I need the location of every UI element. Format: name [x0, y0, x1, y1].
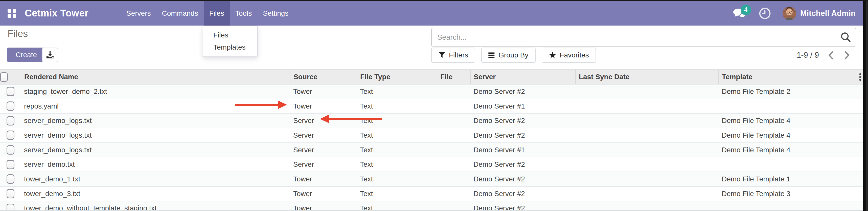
- cell-source[interactable]: Server: [290, 143, 357, 157]
- column-header-last-sync-date[interactable]: Last Sync Date: [576, 69, 719, 84]
- cell-file[interactable]: [437, 84, 470, 99]
- cell-server[interactable]: Demo Server #2: [470, 157, 576, 172]
- cell-last-sync-date[interactable]: [576, 201, 719, 211]
- cell-rendered-name[interactable]: tower_demo_3.txt: [21, 186, 290, 201]
- pager-previous-button[interactable]: [827, 51, 835, 60]
- table-row[interactable]: server_demo.txtServerTextDemo Server #2: [0, 157, 863, 172]
- cell-server[interactable]: Demo Server #2: [470, 201, 576, 211]
- dropdown-item-templates[interactable]: Templates: [203, 41, 257, 53]
- column-header-template[interactable]: Template: [719, 69, 854, 84]
- cell-last-sync-date[interactable]: [576, 172, 719, 186]
- user-menu[interactable]: Mitchell Admin: [782, 7, 856, 20]
- pager-next-button[interactable]: [843, 51, 851, 60]
- cell-file[interactable]: [437, 172, 470, 186]
- select-all-checkbox[interactable]: [0, 72, 8, 82]
- cell-last-sync-date[interactable]: [576, 128, 719, 143]
- column-header-server[interactable]: Server: [470, 69, 576, 84]
- column-header-source[interactable]: Source: [290, 69, 357, 84]
- cell-file[interactable]: [437, 99, 470, 114]
- cell-file-type[interactable]: Text: [357, 157, 437, 172]
- row-checkbox[interactable]: [7, 87, 14, 96]
- table-row[interactable]: server_demo_logs.txtServerTextDemo Serve…: [0, 128, 863, 143]
- cell-template[interactable]: [719, 157, 854, 172]
- cell-file[interactable]: [437, 201, 470, 211]
- cell-file-type[interactable]: Text: [357, 113, 437, 128]
- cell-template[interactable]: Demo File Template 4: [719, 113, 854, 128]
- cell-file[interactable]: [437, 143, 470, 157]
- cell-source[interactable]: Server: [290, 157, 357, 172]
- row-checkbox[interactable]: [7, 174, 14, 184]
- cell-source[interactable]: Server: [290, 128, 357, 143]
- cell-last-sync-date[interactable]: [576, 84, 719, 99]
- cell-server[interactable]: Demo Server #2: [470, 172, 576, 186]
- favorites-button[interactable]: Favorites: [542, 48, 596, 63]
- cell-source[interactable]: Tower: [290, 84, 357, 99]
- row-checkbox[interactable]: [7, 204, 14, 211]
- table-row[interactable]: repos.yamlTowerTextDemo Server #1: [0, 99, 863, 114]
- cell-template[interactable]: Demo File Template 3: [719, 186, 854, 201]
- cell-file[interactable]: [437, 157, 470, 172]
- cell-last-sync-date[interactable]: [576, 113, 719, 128]
- cell-rendered-name[interactable]: server_demo_logs.txt: [21, 128, 290, 143]
- cell-file-type[interactable]: Text: [357, 186, 437, 201]
- apps-grid-icon[interactable]: [8, 9, 16, 18]
- cell-template[interactable]: [719, 201, 854, 211]
- cell-server[interactable]: Demo Server #2: [470, 84, 576, 99]
- cell-file-type[interactable]: Text: [357, 84, 437, 99]
- cell-file-type[interactable]: Text: [357, 99, 437, 114]
- cell-file[interactable]: [437, 113, 470, 128]
- group-by-button[interactable]: Group By: [481, 48, 535, 63]
- search-input[interactable]: [432, 33, 840, 41]
- activities-button[interactable]: [759, 7, 771, 20]
- nav-item-commands[interactable]: Commands: [156, 1, 204, 26]
- table-row[interactable]: tower_demo_1.txtTowerTextDemo Server #2D…: [0, 172, 863, 186]
- cell-file-type[interactable]: Text: [357, 172, 437, 186]
- cell-template[interactable]: Demo File Template 4: [719, 128, 854, 143]
- cell-server[interactable]: Demo Server #2: [470, 186, 576, 201]
- column-header-file[interactable]: File: [437, 69, 470, 84]
- filters-button[interactable]: Filters: [431, 48, 475, 63]
- cell-server[interactable]: Demo Server #2: [470, 113, 576, 128]
- cell-template[interactable]: Demo File Template 2: [719, 84, 854, 99]
- cell-source[interactable]: Tower: [290, 172, 357, 186]
- cell-rendered-name[interactable]: repos.yaml: [21, 99, 290, 114]
- cell-last-sync-date[interactable]: [576, 143, 719, 157]
- row-checkbox[interactable]: [7, 101, 14, 111]
- cell-file-type[interactable]: Text: [357, 128, 437, 143]
- cell-template[interactable]: [719, 99, 854, 114]
- table-row[interactable]: tower_demo_3.txtTowerTextDemo Server #2D…: [0, 186, 863, 201]
- row-checkbox[interactable]: [7, 160, 14, 169]
- cell-template[interactable]: Demo File Template 4: [719, 143, 854, 157]
- cell-rendered-name[interactable]: tower_demo_without_template_staging.txt: [21, 201, 290, 211]
- nav-item-tools[interactable]: Tools: [230, 1, 257, 26]
- app-brand[interactable]: Cetmix Tower: [25, 8, 89, 19]
- search-icon[interactable]: [840, 32, 851, 43]
- cell-server[interactable]: Demo Server #1: [470, 99, 576, 114]
- nav-item-servers[interactable]: Servers: [121, 1, 156, 26]
- cell-last-sync-date[interactable]: [576, 186, 719, 201]
- cell-source[interactable]: Tower: [290, 99, 357, 114]
- row-checkbox[interactable]: [7, 130, 14, 140]
- table-row[interactable]: server_demo_logs.txtServerTextDemo Serve…: [0, 143, 863, 157]
- cell-source[interactable]: Tower: [290, 186, 357, 201]
- cell-rendered-name[interactable]: server_demo.txt: [21, 157, 290, 172]
- messages-button[interactable]: 4: [733, 8, 747, 19]
- cell-file-type[interactable]: Text: [357, 143, 437, 157]
- cell-template[interactable]: Demo File Template 1: [719, 172, 854, 186]
- column-header-file-type[interactable]: File Type: [357, 69, 437, 84]
- optional-columns-toggle-icon[interactable]: [857, 73, 863, 81]
- cell-file[interactable]: [437, 186, 470, 201]
- cell-file-type[interactable]: Text: [357, 201, 437, 211]
- cell-server[interactable]: Demo Server #1: [470, 143, 576, 157]
- table-row[interactable]: tower_demo_without_template_staging.txtT…: [0, 201, 863, 211]
- cell-file[interactable]: [437, 128, 470, 143]
- nav-item-files[interactable]: Files: [204, 1, 230, 26]
- table-row[interactable]: server_demo_logs.txtServerTextDemo Serve…: [0, 113, 863, 128]
- cell-rendered-name[interactable]: server_demo_logs.txt: [21, 113, 290, 128]
- cell-rendered-name[interactable]: server_demo_logs.txt: [21, 143, 290, 157]
- cell-rendered-name[interactable]: staging_tower_demo_2.txt: [21, 84, 290, 99]
- nav-item-settings[interactable]: Settings: [257, 1, 294, 26]
- export-button[interactable]: [42, 48, 58, 62]
- cell-source[interactable]: Tower: [290, 201, 357, 211]
- column-header-rendered-name[interactable]: Rendered Name: [21, 69, 290, 84]
